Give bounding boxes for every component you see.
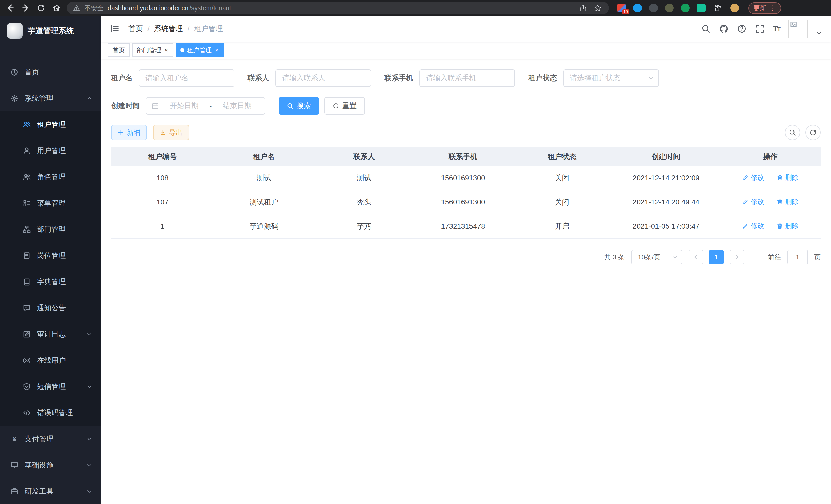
security-label: 不安全: [84, 4, 104, 12]
extension-icon-5[interactable]: [681, 4, 690, 12]
edit-button[interactable]: 修改: [742, 221, 764, 230]
reset-button[interactable]: 重置: [324, 97, 365, 115]
sidebar-item-home[interactable]: 首页: [0, 59, 101, 85]
browser-menu-icon[interactable]: ⋮: [769, 4, 776, 12]
tab-tenant-management[interactable]: 租户管理×: [176, 43, 224, 57]
pagination: 共 3 条 1 前往 页: [111, 250, 821, 264]
user-avatar[interactable]: [789, 20, 808, 38]
current-page-button[interactable]: 1: [709, 250, 724, 264]
refresh-button[interactable]: [805, 125, 821, 140]
bookmark-star-icon[interactable]: [593, 3, 603, 13]
sidebar-item-dev-tools[interactable]: 研发工具: [0, 478, 101, 504]
sidebar-item-system-management[interactable]: 系统管理: [0, 85, 101, 112]
cell-contact: 芋艿: [314, 214, 414, 238]
sidebar-item-audit-log[interactable]: 审计日志: [0, 321, 101, 347]
help-icon[interactable]: [737, 24, 747, 34]
reload-icon[interactable]: [36, 3, 46, 13]
prev-page-button[interactable]: [689, 250, 703, 264]
cell-id: 107: [111, 190, 214, 214]
sidebar-item-infrastructure[interactable]: 基础设施: [0, 452, 101, 478]
edit-button[interactable]: 修改: [742, 197, 764, 206]
table-row: 107 测试租户 秃头 15601691300 关闭 2021-12-14 20…: [111, 190, 821, 214]
app-logo[interactable]: 芋道管理系统: [0, 16, 101, 46]
sidebar-item-menu-management[interactable]: 菜单管理: [0, 190, 101, 216]
date-range-picker[interactable]: 开始日期 - 结束日期: [146, 97, 265, 115]
sidebar-item-user-management[interactable]: 用户管理: [0, 138, 101, 164]
chevron-up-icon: [86, 95, 92, 101]
url-path: /system/tenant: [190, 4, 231, 12]
forward-icon[interactable]: [21, 3, 31, 13]
close-icon[interactable]: ×: [214, 47, 219, 53]
fullscreen-icon[interactable]: [755, 24, 765, 34]
delete-button[interactable]: 删除: [776, 173, 799, 182]
reset-button-label: 重置: [342, 101, 357, 111]
next-page-button[interactable]: [730, 250, 744, 264]
sidebar-item-dept-management[interactable]: 部门管理: [0, 216, 101, 242]
sidebar-item-notice[interactable]: 通知公告: [0, 295, 101, 321]
extensions-puzzle-icon[interactable]: [713, 3, 723, 13]
status-select[interactable]: [563, 69, 659, 87]
page-size-select[interactable]: [631, 250, 683, 264]
cell-status: 关闭: [512, 166, 612, 190]
sidebar-item-online-users[interactable]: 在线用户: [0, 347, 101, 374]
breadcrumb-system[interactable]: 系统管理: [154, 24, 183, 34]
cell-contact: 测试: [314, 166, 414, 190]
add-button[interactable]: 新增: [111, 125, 147, 140]
update-label: 更新: [753, 4, 766, 12]
extension-icon-4[interactable]: [665, 4, 674, 12]
delete-button[interactable]: 删除: [776, 197, 799, 206]
toggle-search-button[interactable]: [785, 125, 800, 140]
edit-button[interactable]: 修改: [742, 173, 764, 182]
security-warning-icon[interactable]: [73, 4, 80, 11]
date-end-placeholder: 结束日期: [215, 101, 260, 111]
sidebar-menu: 首页 系统管理 租户管理 用户管理 角色管理: [0, 46, 101, 504]
close-icon[interactable]: ×: [164, 47, 169, 53]
home-icon[interactable]: [51, 3, 62, 13]
profile-avatar-icon[interactable]: [730, 4, 739, 12]
goto-page-input[interactable]: [787, 250, 808, 264]
search-icon[interactable]: [701, 24, 711, 34]
cell-id: 1: [111, 214, 214, 238]
extension-icon-1[interactable]: 10: [617, 4, 626, 12]
sidebar-item-label: 基础设施: [25, 460, 53, 470]
search-button[interactable]: 搜索: [279, 97, 319, 115]
extension-icon-6[interactable]: [697, 4, 706, 12]
sidebar-item-payment[interactable]: ¥ 支付管理: [0, 426, 101, 452]
sidebar-item-errorcode-management[interactable]: 错误码管理: [0, 400, 101, 426]
breadcrumb-home[interactable]: 首页: [128, 24, 143, 34]
toolbox-icon: [10, 487, 19, 496]
sidebar-item-role-management[interactable]: 角色管理: [0, 164, 101, 190]
address-bar[interactable]: 不安全 dashboard.yudao.iocoder.cn/system/te…: [67, 2, 609, 14]
sidebar-item-post-management[interactable]: 岗位管理: [0, 242, 101, 269]
cell-phone: 15601691300: [414, 190, 512, 214]
user-caret-down-icon[interactable]: [816, 30, 822, 36]
github-icon[interactable]: [719, 24, 729, 34]
share-icon[interactable]: [578, 3, 589, 13]
tenant-name-input[interactable]: [139, 69, 234, 87]
gear-icon: [10, 94, 19, 102]
sidebar-item-dict-management[interactable]: 字典管理: [0, 269, 101, 295]
header-actions: TT: [701, 20, 822, 38]
status-select-input[interactable]: [563, 69, 659, 87]
sidebar-item-tenant-management[interactable]: 租户管理: [0, 112, 101, 138]
tab-label: 部门管理: [137, 46, 161, 54]
export-button[interactable]: 导出: [153, 125, 189, 140]
delete-button[interactable]: 删除: [776, 221, 799, 230]
chevron-down-icon: [648, 75, 654, 81]
sidebar-item-label: 菜单管理: [37, 198, 66, 208]
sidebar-fold-icon[interactable]: [110, 24, 120, 34]
tab-dept-management[interactable]: 部门管理×: [132, 43, 173, 57]
extension-icon-3[interactable]: [649, 4, 658, 12]
tab-home[interactable]: 首页: [108, 43, 130, 57]
sidebar-item-sms-management[interactable]: 短信管理: [0, 374, 101, 400]
app-header: 首页 / 系统管理 / 租户管理 TT: [101, 16, 831, 41]
update-button[interactable]: 更新 ⋮: [748, 2, 781, 14]
font-size-icon[interactable]: TT: [773, 24, 780, 33]
contact-input[interactable]: [276, 69, 371, 87]
sidebar-item-label: 角色管理: [37, 172, 66, 182]
phone-input[interactable]: [419, 69, 515, 87]
tags-view-bar: 首页 部门管理× 租户管理×: [101, 41, 831, 59]
extension-icon-2[interactable]: [633, 4, 642, 12]
back-icon[interactable]: [5, 3, 16, 13]
status-label: 租户状态: [528, 73, 557, 83]
